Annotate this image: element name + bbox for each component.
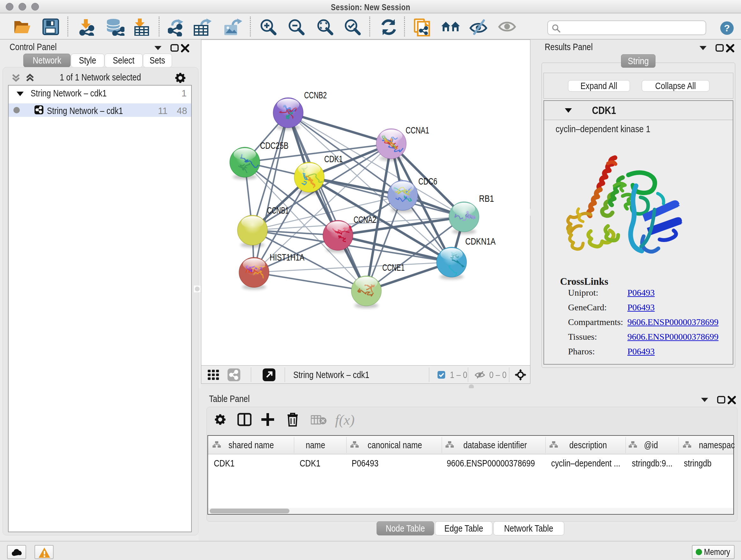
svg-text:CCNB2: CCNB2 (304, 90, 327, 100)
svg-text:CCNE1: CCNE1 (382, 262, 405, 273)
svg-text:CDC25B: CDC25B (260, 140, 288, 151)
svg-text:?: ? (724, 23, 730, 33)
svg-text:CDC6: CDC6 (418, 176, 437, 186)
svg-text:CCNA2: CCNA2 (354, 214, 376, 225)
svg-text:HIST1H1A: HIST1H1A (270, 252, 305, 262)
svg-text:CDK1: CDK1 (324, 154, 343, 164)
svg-text:CCNB1: CCNB1 (267, 205, 289, 215)
svg-text:CCNA1: CCNA1 (406, 125, 429, 135)
svg-text:CDKN1A: CDKN1A (465, 236, 496, 246)
svg-text:RB1: RB1 (479, 193, 494, 204)
